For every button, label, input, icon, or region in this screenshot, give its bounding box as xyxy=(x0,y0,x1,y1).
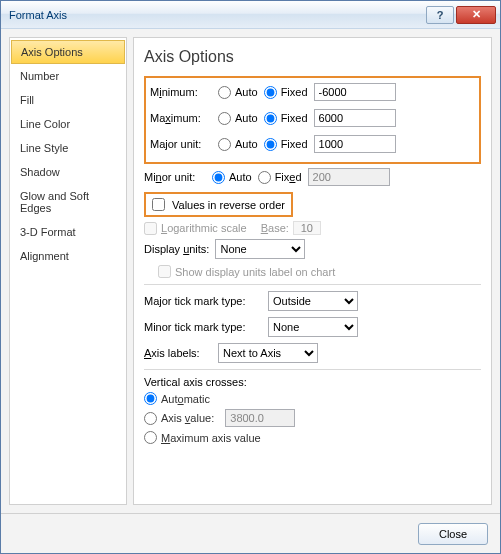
crosses-group: Vertical axis crosses: Automatic Axis va… xyxy=(144,376,481,444)
sidebar-item-line-color[interactable]: Line Color xyxy=(10,112,126,136)
sidebar-item-alignment[interactable]: Alignment xyxy=(10,244,126,268)
maximum-fixed-radio[interactable]: Fixed xyxy=(264,112,308,125)
log-scale-checkbox[interactable] xyxy=(144,222,157,235)
axis-options-panel: Axis Options Minimum: Auto Fixed Maximum… xyxy=(133,37,492,505)
log-base-value: 10 xyxy=(293,221,321,235)
minor-unit-row: Minor unit: Auto Fixed xyxy=(144,166,481,188)
crosses-max-radio[interactable]: Maximum axis value xyxy=(144,431,481,444)
minimum-row: Minimum: Auto Fixed xyxy=(150,81,475,103)
maximum-row: Maximum: Auto Fixed xyxy=(150,107,475,129)
sidebar-item-axis-options[interactable]: Axis Options xyxy=(11,40,125,64)
sidebar-item-3d-format[interactable]: 3-D Format xyxy=(10,220,126,244)
dialog-footer: Close xyxy=(1,513,500,553)
major-tick-select[interactable]: Outside xyxy=(268,291,358,311)
log-scale-label: Logarithmic scale xyxy=(161,222,247,234)
close-button[interactable]: Close xyxy=(418,523,488,545)
maximum-auto-radio[interactable]: Auto xyxy=(218,112,258,125)
minor-unit-fixed-radio[interactable]: Fixed xyxy=(258,171,302,184)
category-sidebar: Axis Options Number Fill Line Color Line… xyxy=(9,37,127,505)
sidebar-item-number[interactable]: Number xyxy=(10,64,126,88)
axis-labels-select[interactable]: Next to Axis xyxy=(218,343,318,363)
minor-tick-label: Minor tick mark type: xyxy=(144,321,262,333)
minor-tick-row: Minor tick mark type: None xyxy=(144,317,481,337)
log-base-label: Base: xyxy=(261,222,289,234)
bounds-highlight: Minimum: Auto Fixed Maximum: Auto Fixed … xyxy=(144,76,481,164)
minimum-input[interactable] xyxy=(314,83,396,101)
minor-unit-auto-radio[interactable]: Auto xyxy=(212,171,252,184)
major-unit-row: Major unit: Auto Fixed xyxy=(150,133,475,155)
log-scale-row: Logarithmic scale Base: 10 xyxy=(144,221,481,235)
major-tick-label: Major tick mark type: xyxy=(144,295,262,307)
dialog-body: Axis Options Number Fill Line Color Line… xyxy=(1,29,500,513)
minimum-label: Minimum: xyxy=(150,86,212,98)
display-units-select[interactable]: None xyxy=(215,239,305,259)
crosses-value-radio[interactable]: Axis value: xyxy=(144,409,481,427)
minor-unit-label: Minor unit: xyxy=(144,171,206,183)
sidebar-item-glow[interactable]: Glow and Soft Edges xyxy=(10,184,126,220)
sidebar-item-fill[interactable]: Fill xyxy=(10,88,126,112)
major-unit-input[interactable] xyxy=(314,135,396,153)
crosses-label: Vertical axis crosses: xyxy=(144,376,481,388)
crosses-value-input[interactable] xyxy=(225,409,295,427)
panel-heading: Axis Options xyxy=(144,48,481,66)
reverse-order-label: Values in reverse order xyxy=(172,199,285,211)
show-display-units-label: Show display units label on chart xyxy=(175,266,335,278)
minimum-fixed-radio[interactable]: Fixed xyxy=(264,86,308,99)
display-units-row: Display units: None xyxy=(144,239,481,259)
major-unit-fixed-radio[interactable]: Fixed xyxy=(264,138,308,151)
major-tick-row: Major tick mark type: Outside xyxy=(144,291,481,311)
display-units-label: Display units: xyxy=(144,243,209,255)
reverse-order-highlight: Values in reverse order xyxy=(144,192,293,217)
window-title: Format Axis xyxy=(9,9,424,21)
sidebar-item-line-style[interactable]: Line Style xyxy=(10,136,126,160)
axis-labels-row: Axis labels: Next to Axis xyxy=(144,343,481,363)
format-axis-dialog: Format Axis ? ✕ Axis Options Number Fill… xyxy=(0,0,501,554)
sidebar-item-shadow[interactable]: Shadow xyxy=(10,160,126,184)
major-unit-label: Major unit: xyxy=(150,138,212,150)
maximum-input[interactable] xyxy=(314,109,396,127)
axis-labels-label: Axis labels: xyxy=(144,347,212,359)
titlebar: Format Axis ? ✕ xyxy=(1,1,500,29)
help-button[interactable]: ? xyxy=(426,6,454,24)
close-window-button[interactable]: ✕ xyxy=(456,6,496,24)
separator-2 xyxy=(144,369,481,370)
show-display-units-checkbox[interactable] xyxy=(158,265,171,278)
show-display-units-row: Show display units label on chart xyxy=(158,265,481,278)
minimum-auto-radio[interactable]: Auto xyxy=(218,86,258,99)
reverse-order-checkbox[interactable] xyxy=(152,198,165,211)
maximum-label: Maximum: xyxy=(150,112,212,124)
minor-unit-input[interactable] xyxy=(308,168,390,186)
crosses-auto-radio[interactable]: Automatic xyxy=(144,392,481,405)
separator xyxy=(144,284,481,285)
major-unit-auto-radio[interactable]: Auto xyxy=(218,138,258,151)
minor-tick-select[interactable]: None xyxy=(268,317,358,337)
